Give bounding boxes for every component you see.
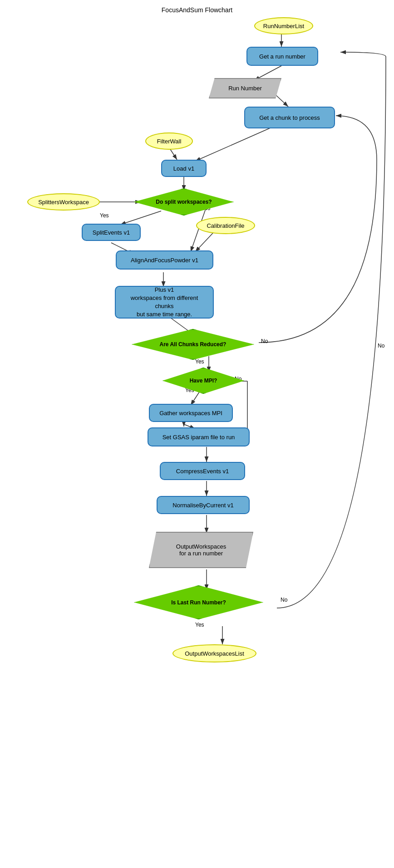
splitters-workspace-node: SplittersWorkspace [27,193,100,211]
label-no-lastrun: No [281,597,287,603]
output-workspaces-list-label: OutputWorkspacesList [185,650,244,657]
compress-events-label: CompressEvents v1 [176,468,229,475]
label-no-outer: No [378,343,384,349]
split-events-label: SplitEvents v1 [93,229,130,236]
label-yes-split: Yes [100,212,109,219]
set-gsas-label: Set GSAS iparam file to run [163,434,235,441]
load-v1-label: Load v1 [173,165,194,172]
set-gsas-node: Set GSAS iparam file to run [148,427,250,446]
filter-wall-label: FilterWall [157,138,182,145]
calibration-file-node: CalibrationFile [196,217,255,234]
is-last-run-node: Is Last Run Number? [134,585,263,619]
flowchart-container: FocusAndSum Flowchart [0,0,394,868]
splitters-workspace-label: SplittersWorkspace [38,199,89,206]
is-last-run-label: Is Last Run Number? [171,599,226,606]
have-mpi-node: Have MPI? [163,368,244,394]
get-run-number-node: Get a run number [246,47,318,66]
filter-wall-node: FilterWall [145,132,193,150]
align-focus-node: AlignAndFocusPowder v1 [116,250,213,270]
do-split-node: Do split workspaces? [134,188,234,216]
all-chunks-label: Are All Chunks Reduced? [160,341,227,348]
all-chunks-node: Are All Chunks Reduced? [132,329,254,360]
label-yes-lastrun: Yes [195,622,204,628]
compress-events-node: CompressEvents v1 [160,462,245,480]
plus-v1-label: Plus v1 workspaces from different chunks… [121,286,207,319]
label-no-chunks: No [261,338,268,344]
do-split-label: Do split workspaces? [156,199,212,205]
get-chunk-node: Get a chunk to process [244,107,335,128]
load-v1-node: Load v1 [161,160,207,177]
plus-v1-node: Plus v1 workspaces from different chunks… [115,286,214,319]
chart-title: FocusAndSum Flowchart [162,6,232,14]
split-events-node: SplitEvents v1 [82,224,141,241]
calibration-file-label: CalibrationFile [207,222,244,229]
output-workspaces-list-node: OutputWorkspacesList [172,644,256,662]
have-mpi-label: Have MPI? [190,378,217,384]
run-number-label: Run Number [228,85,262,92]
svg-line-5 [195,127,272,161]
normalise-by-current-node: NormaliseByCurrent v1 [157,496,250,514]
gather-mpi-node: Gather workspaces MPI [149,404,233,422]
run-number-node: Run Number [209,78,281,98]
align-focus-label: AlignAndFocusPowder v1 [131,257,198,264]
get-run-number-label: Get a run number [259,53,305,60]
get-chunk-label: Get a chunk to process [259,114,320,121]
run-number-list-node: RunNumberList [254,17,313,34]
normalise-by-current-label: NormaliseByCurrent v1 [172,502,233,509]
output-workspaces-node: OutputWorkspaces for a run number [149,532,253,568]
gather-mpi-label: Gather workspaces MPI [159,410,222,417]
output-workspaces-label: OutputWorkspaces for a run number [176,543,226,557]
run-number-list-label: RunNumberList [263,23,304,29]
